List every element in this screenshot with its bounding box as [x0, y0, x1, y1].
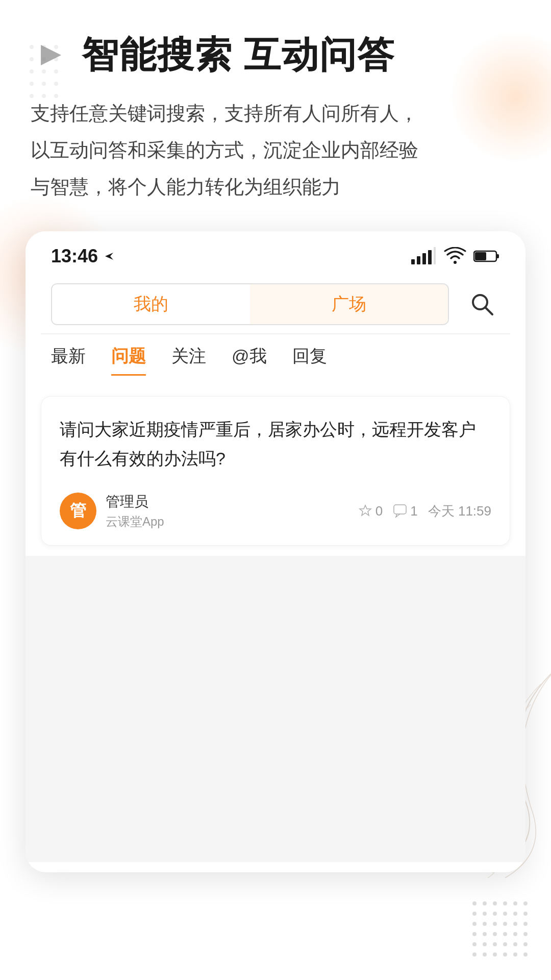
svg-rect-56 — [428, 250, 432, 264]
svg-point-9 — [503, 912, 507, 916]
svg-rect-65 — [394, 505, 406, 514]
wifi-icon — [444, 247, 466, 265]
tab-group: 我的 广场 — [51, 283, 449, 325]
phone-mockup: 13:46 — [26, 231, 525, 873]
post-author: 管 管理员 云课堂App — [60, 492, 164, 530]
svg-point-58 — [454, 261, 457, 264]
svg-rect-54 — [417, 256, 420, 264]
page-subtitle: 支持任意关键词搜索，支持所有人问所有人，以互动问答和采集的方式，沉淀企业内部经验… — [31, 95, 520, 206]
signal-icon — [410, 247, 437, 265]
page-title: 智能搜索 互动问答 — [82, 31, 395, 80]
svg-point-15 — [503, 922, 507, 926]
svg-point-8 — [493, 912, 497, 916]
search-icon — [469, 291, 495, 317]
subtab-follow[interactable]: 关注 — [171, 345, 206, 376]
status-bar: 13:46 — [26, 231, 525, 275]
svg-point-7 — [483, 912, 487, 916]
svg-point-11 — [523, 912, 528, 916]
svg-point-27 — [503, 942, 507, 946]
svg-point-32 — [493, 952, 497, 957]
svg-point-12 — [472, 922, 477, 926]
svg-point-1 — [483, 901, 487, 905]
post-card[interactable]: 请问大家近期疫情严重后，居家办公时，远程开发客户有什么有效的办法吗? 管 管理员… — [41, 396, 510, 546]
svg-point-28 — [513, 942, 517, 946]
tab-mine-button[interactable]: 我的 — [52, 284, 250, 324]
svg-marker-51 — [41, 45, 61, 65]
svg-line-63 — [485, 307, 492, 314]
author-source: 云课堂App — [106, 513, 164, 530]
tab-square-button[interactable]: 广场 — [250, 284, 448, 324]
star-stat: 0 — [358, 503, 383, 519]
avatar: 管 — [60, 493, 96, 529]
svg-point-24 — [472, 942, 477, 946]
svg-rect-61 — [496, 254, 499, 258]
svg-point-23 — [523, 932, 528, 936]
svg-point-10 — [513, 912, 517, 916]
svg-point-18 — [472, 932, 477, 936]
battery-icon — [473, 249, 500, 263]
svg-point-29 — [523, 942, 528, 946]
svg-point-6 — [472, 912, 477, 916]
svg-rect-55 — [422, 253, 426, 264]
svg-rect-57 — [434, 247, 436, 264]
svg-point-22 — [513, 932, 517, 936]
svg-point-35 — [523, 952, 528, 957]
star-icon — [358, 504, 372, 518]
svg-point-30 — [472, 952, 477, 957]
svg-point-17 — [523, 922, 528, 926]
status-icons — [410, 247, 500, 265]
author-info: 管理员 云课堂App — [106, 492, 164, 530]
title-row: 智能搜索 互动问答 — [31, 31, 520, 80]
svg-point-2 — [493, 901, 497, 905]
svg-rect-60 — [475, 252, 486, 260]
svg-point-5 — [523, 901, 528, 905]
svg-point-25 — [483, 942, 487, 946]
comment-icon — [393, 504, 407, 518]
svg-point-34 — [513, 952, 517, 957]
svg-point-33 — [503, 952, 507, 957]
comment-stat: 1 — [393, 503, 417, 519]
subtab-latest[interactable]: 最新 — [51, 345, 86, 376]
lower-area — [26, 556, 525, 862]
svg-marker-64 — [360, 505, 371, 516]
chevron-icon — [31, 35, 71, 76]
location-icon — [102, 249, 116, 263]
subtab-at-me[interactable]: @我 — [232, 345, 267, 376]
subtab-questions[interactable]: 问题 — [111, 345, 146, 376]
status-time: 13:46 — [51, 246, 116, 267]
svg-point-13 — [483, 922, 487, 926]
svg-point-26 — [493, 942, 497, 946]
svg-point-31 — [483, 952, 487, 957]
svg-point-19 — [483, 932, 487, 936]
post-stats: 0 1 今天 11:59 — [358, 502, 491, 520]
svg-point-20 — [493, 932, 497, 936]
svg-point-16 — [513, 922, 517, 926]
comment-count: 1 — [410, 503, 417, 519]
header-section: 智能搜索 互动问答 支持任意关键词搜索，支持所有人问所有人，以互动问答和采集的方… — [31, 31, 520, 206]
search-button[interactable] — [464, 286, 500, 322]
svg-point-4 — [513, 901, 517, 905]
svg-rect-53 — [411, 259, 415, 264]
post-time: 今天 11:59 — [428, 502, 491, 520]
star-count: 0 — [375, 503, 383, 519]
post-footer: 管 管理员 云课堂App 0 — [60, 492, 491, 530]
svg-point-0 — [472, 901, 477, 905]
subtab-reply[interactable]: 回复 — [292, 345, 327, 376]
svg-marker-52 — [105, 253, 113, 260]
svg-point-3 — [503, 901, 507, 905]
author-name: 管理员 — [106, 492, 164, 511]
sub-tabs: 最新 问题 关注 @我 回复 — [26, 334, 525, 386]
svg-point-14 — [493, 922, 497, 926]
post-question-text: 请问大家近期疫情严重后，居家办公时，远程开发客户有什么有效的办法吗? — [60, 415, 491, 474]
svg-point-21 — [503, 932, 507, 936]
clock-time: 13:46 — [51, 246, 98, 267]
tab-switcher: 我的 广场 — [26, 275, 525, 333]
